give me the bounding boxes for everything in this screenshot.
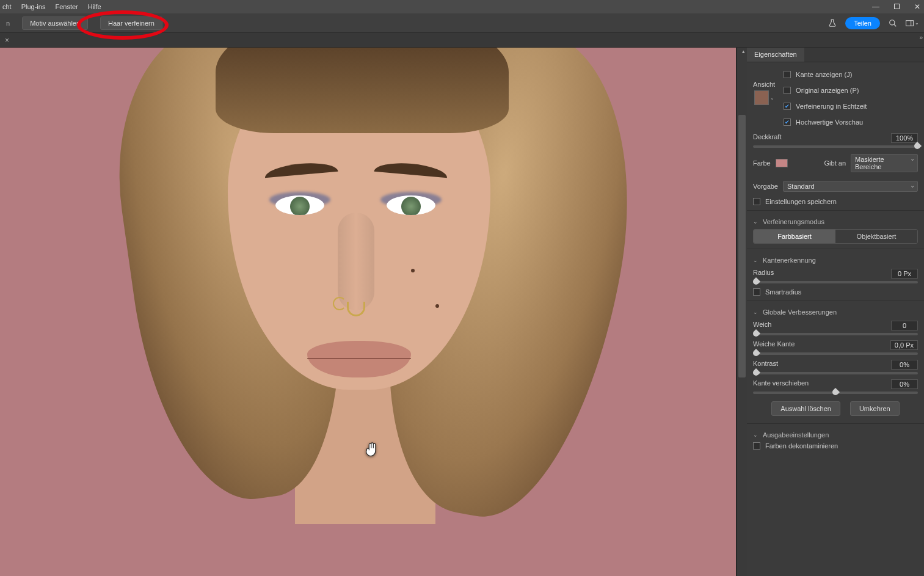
beaker-icon[interactable] [826,16,839,30]
mask-color-swatch[interactable] [776,159,788,167]
svg-rect-2 [906,20,914,26]
opacity-value[interactable]: 100% [891,133,918,143]
label-realtime: Verfeinerung in Echtzeit [796,103,867,110]
select-subject-button[interactable]: Motiv auswählen [22,16,88,30]
feather-slider[interactable] [753,352,918,355]
label-smart-radius: Smartradius [765,288,801,296]
checkbox-show-original[interactable] [784,87,791,94]
preset-label: Vorgabe [753,183,778,190]
vertical-scrollbar[interactable]: ▴ [737,48,747,576]
label-decontaminate: Farben dekontaminieren [765,442,838,450]
smooth-value[interactable]: 0 [891,321,918,330]
chevron-down-icon: ⌄ [753,257,759,263]
options-left-label: n [6,20,10,27]
feather-value[interactable]: 0,0 Px [890,340,918,350]
workspace-icon[interactable]: ⌄ [906,16,919,30]
minimize-icon[interactable]: — [872,2,879,11]
close-icon[interactable]: ✕ [914,2,920,11]
toggle-object-based[interactable]: Objektbasiert [835,230,917,243]
section-refine-mode[interactable]: ⌄ Verfeinerungsmodus [753,218,918,225]
document-canvas[interactable] [0,48,736,576]
indicates-label: Gibt an [824,159,846,167]
view-dropdown-icon[interactable]: ⌄ [770,95,774,101]
section-global-refinements[interactable]: ⌄ Globale Verbesserungen [753,308,918,316]
chevron-down-icon: ⌄ [753,309,759,315]
toggle-color-based[interactable]: Farbbasiert [754,230,835,243]
edge-detection-title: Kantenerkennung [763,257,816,264]
chevron-down-icon: ⌄ [753,219,759,225]
svg-line-1 [894,24,897,26]
scroll-thumb[interactable] [738,115,746,377]
checkbox-save-settings[interactable] [753,198,760,205]
contrast-value[interactable]: 0% [891,360,918,370]
chevron-down-icon: ⌄ [753,432,759,438]
opacity-label: Deckkraft [753,133,781,143]
clear-selection-button[interactable]: Auswahl löschen [771,401,840,416]
svg-point-0 [890,20,895,24]
tab-properties[interactable]: Eigenschaften [747,48,804,62]
tab-close-icon[interactable]: × [2,36,12,45]
document-tab-strip: × [0,33,924,48]
feather-label: Weiche Kante [753,340,795,350]
opacity-slider[interactable] [753,145,918,148]
canvas-area[interactable]: ▴ [0,48,747,576]
checkbox-smart-radius[interactable] [753,288,760,296]
menu-item-view-partial[interactable]: cht [2,1,16,13]
checkbox-realtime[interactable] [784,103,791,110]
section-edge-detection[interactable]: ⌄ Kantenerkennung [753,257,918,264]
label-show-edge: Kante anzeigen (J) [796,71,852,78]
shift-edge-slider[interactable] [753,392,918,394]
panel-tab-strip: Eigenschaften [747,48,924,62]
radius-value[interactable]: 0 Px [891,269,918,279]
checkbox-show-edge[interactable] [784,71,791,78]
label-hq-preview: Hochwertige Vorschau [796,118,863,126]
output-title: Ausgabeeinstellungen [763,431,829,439]
color-label: Farbe [753,159,771,167]
maximize-icon[interactable] [894,2,900,11]
contrast-label: Kontrast [753,360,778,370]
menu-item-plugins[interactable]: Plug-ins [16,1,51,13]
preset-select[interactable]: Standard [783,181,918,192]
portrait-image [106,48,631,573]
menu-item-window[interactable]: Fenster [50,1,82,13]
radius-slider[interactable] [753,281,918,283]
menu-bar: cht Plug-ins Fenster Hilfe — ✕ [0,0,924,13]
shift-edge-label: Kante verschieben [753,379,809,389]
search-icon[interactable] [886,16,900,30]
scroll-up-icon[interactable]: ▴ [742,48,745,54]
refine-hair-button[interactable]: Haar verfeinern [100,16,162,30]
section-output[interactable]: ⌄ Ausgabeeinstellungen [753,431,918,439]
share-button[interactable]: Teilen [845,17,880,29]
view-thumbnail[interactable] [754,90,769,105]
menu-item-help[interactable]: Hilfe [83,1,106,13]
refine-mode-toggle: Farbbasiert Objektbasiert [753,229,918,244]
checkbox-decontaminate[interactable] [753,442,760,450]
refine-mode-title: Verfeinerungsmodus [763,218,824,225]
global-title: Globale Verbesserungen [763,308,837,316]
indicates-select[interactable]: Maskierte Bereiche [851,154,918,172]
invert-button[interactable]: Umkehren [850,401,900,416]
label-save-settings: Einstellungen speichern [765,198,837,205]
contrast-slider[interactable] [753,372,918,374]
smooth-slider[interactable] [753,333,918,335]
options-bar: n Motiv auswählen Haar verfeinern Teilen… [0,13,924,33]
checkbox-hq-preview[interactable] [784,118,791,126]
panel-menu-icon[interactable]: » [919,34,923,41]
properties-panel: Eigenschaften Ansicht ⌄ Kante anzeigen (… [747,48,924,576]
shift-edge-value[interactable]: 0% [891,379,918,389]
view-label: Ansicht [753,81,775,88]
window-controls: — ✕ [872,0,920,13]
label-show-original: Original anzeigen (P) [796,87,859,94]
